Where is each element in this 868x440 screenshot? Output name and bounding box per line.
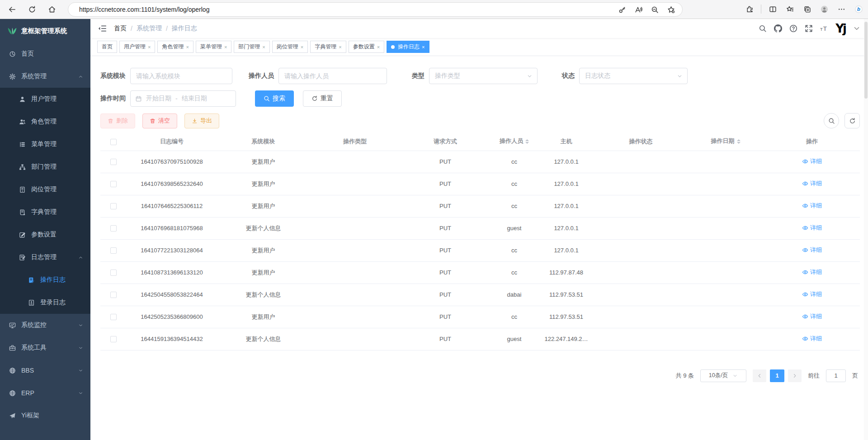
row-checkbox[interactable] (110, 292, 117, 298)
prev-page-button[interactable] (753, 369, 766, 382)
sidebar-item-param[interactable]: 参数设置 (0, 223, 90, 246)
column-header-操作人员[interactable]: 操作人员 (491, 132, 538, 151)
breadcrumb-item[interactable]: 首页 (114, 24, 127, 33)
url-text[interactable]: https://ccnetcore.com:1101/system/log/op… (79, 6, 209, 13)
tab-close-icon[interactable]: × (148, 44, 151, 50)
date-range-picker[interactable]: 开始日期 - 结束日期 (130, 90, 236, 107)
select-all-checkbox[interactable] (110, 139, 117, 145)
export-button[interactable]: 导出 (184, 114, 219, 128)
page-number-button[interactable]: 1 (770, 369, 784, 382)
profile-avatar[interactable] (817, 2, 831, 16)
detail-link[interactable]: 详细 (802, 202, 822, 210)
page-scrollbar[interactable] (864, 19, 868, 440)
collections-icon[interactable] (800, 2, 814, 16)
github-icon[interactable] (774, 24, 782, 33)
sidebar-item-operlog[interactable]: 操作日志 (0, 269, 90, 291)
tab-菜单管理[interactable]: 菜单管理× (196, 41, 231, 53)
tab-close-icon[interactable]: × (224, 44, 227, 50)
yi-logo[interactable]: Yj (835, 23, 845, 34)
delete-button[interactable]: 删除 (100, 114, 135, 128)
detail-link[interactable]: 详细 (802, 224, 822, 232)
tab-首页[interactable]: 首页 (97, 41, 117, 53)
column-header-操作日期[interactable]: 操作日期 (687, 132, 764, 151)
help-icon[interactable] (789, 24, 797, 33)
key-icon[interactable] (615, 3, 629, 16)
sidebar-item-dict[interactable]: 字典管理 (0, 201, 90, 223)
detail-link[interactable]: 详细 (802, 312, 822, 321)
font-size-icon[interactable]: TT (820, 24, 828, 33)
row-checkbox[interactable] (110, 270, 117, 276)
row-checkbox[interactable] (110, 159, 117, 165)
sidebar-item-post[interactable]: 岗位管理 (0, 178, 90, 201)
extensions-icon[interactable] (743, 2, 756, 16)
fullscreen-icon[interactable] (805, 24, 813, 33)
tab-close-icon[interactable]: × (301, 44, 303, 50)
row-checkbox[interactable] (110, 225, 117, 232)
reset-button[interactable]: 重置 (303, 90, 342, 107)
detail-link[interactable]: 详细 (802, 268, 822, 276)
sort-icon[interactable] (525, 137, 529, 146)
read-aloud-icon[interactable] (632, 3, 645, 16)
scrollbar-thumb[interactable] (864, 22, 868, 99)
tab-角色管理[interactable]: 角色管理× (157, 41, 193, 53)
type-select[interactable]: 操作类型 (429, 68, 538, 84)
tab-close-icon[interactable]: × (422, 44, 425, 50)
search-icon[interactable] (759, 24, 767, 33)
refresh-table-button[interactable] (844, 113, 860, 128)
module-input[interactable] (130, 68, 232, 84)
app-logo[interactable]: 意框架管理系统 (0, 19, 90, 43)
row-checkbox[interactable] (110, 314, 117, 320)
sidebar-item-tools[interactable]: 系统工具 (0, 336, 90, 359)
sidebar-item-menu[interactable]: 菜单管理 (0, 133, 90, 156)
detail-link[interactable]: 详细 (802, 246, 822, 254)
sidebar-item-home[interactable]: 首页 (0, 43, 90, 65)
row-checkbox[interactable] (110, 336, 117, 342)
sidebar-item-erp[interactable]: ERP (0, 382, 90, 404)
detail-link[interactable]: 详细 (802, 290, 822, 298)
favorite-add-icon[interactable] (664, 3, 678, 16)
next-page-button[interactable] (788, 369, 802, 382)
sort-icon[interactable] (737, 137, 741, 146)
sidebar-item-dept[interactable]: 部门管理 (0, 156, 90, 178)
tab-部门管理[interactable]: 部门管理× (234, 41, 269, 53)
clear-button[interactable]: 清空 (142, 114, 177, 128)
sidebar-item-role[interactable]: 角色管理 (0, 110, 90, 133)
sidebar-item-user[interactable]: 用户管理 (0, 88, 90, 110)
tab-close-icon[interactable]: × (262, 44, 265, 50)
detail-link[interactable]: 详细 (802, 335, 822, 343)
toggle-search-button[interactable] (824, 113, 839, 128)
tab-close-icon[interactable]: × (377, 44, 380, 50)
home-icon[interactable] (44, 2, 60, 17)
sidebar-collapse-icon[interactable] (98, 24, 107, 33)
tab-close-icon[interactable]: × (339, 44, 341, 50)
tab-close-icon[interactable]: × (186, 44, 189, 50)
favorites-icon[interactable] (783, 2, 797, 16)
operator-input[interactable] (278, 68, 387, 84)
copilot-icon[interactable]: b (852, 2, 865, 16)
chevron-down-icon[interactable] (853, 24, 861, 33)
zoom-out-icon[interactable] (648, 3, 661, 16)
sidebar-item-system[interactable]: 系统管理 (0, 65, 90, 88)
row-checkbox[interactable] (110, 181, 117, 187)
tab-用户管理[interactable]: 用户管理× (119, 41, 155, 53)
sidebar-item-yiframe[interactable]: Yi框架 (0, 404, 90, 427)
tab-操作日志[interactable]: 操作日志× (387, 41, 429, 53)
detail-link[interactable]: 详细 (802, 180, 822, 188)
sidebar-item-bbs[interactable]: BBS (0, 359, 90, 382)
sidebar-item-log[interactable]: 日志管理 (0, 246, 90, 269)
refresh-icon[interactable] (24, 2, 40, 17)
tab-字典管理[interactable]: 字典管理× (310, 41, 346, 53)
tab-参数设置[interactable]: 参数设置× (349, 41, 384, 53)
goto-page-input[interactable] (826, 369, 846, 382)
split-screen-icon[interactable] (766, 2, 779, 16)
more-icon[interactable] (835, 2, 848, 16)
page-size-select[interactable]: 10条/页 (700, 369, 746, 382)
sidebar-item-loginlog[interactable]: 登录日志 (0, 291, 90, 314)
search-button[interactable]: 搜索 (255, 90, 294, 107)
status-select[interactable]: 日志状态 (579, 68, 688, 84)
address-bar[interactable]: https://ccnetcore.com:1101/system/log/op… (68, 2, 683, 17)
tab-岗位管理[interactable]: 岗位管理× (272, 41, 308, 53)
detail-link[interactable]: 详细 (802, 157, 822, 166)
row-checkbox[interactable] (110, 247, 117, 254)
row-checkbox[interactable] (110, 203, 117, 209)
